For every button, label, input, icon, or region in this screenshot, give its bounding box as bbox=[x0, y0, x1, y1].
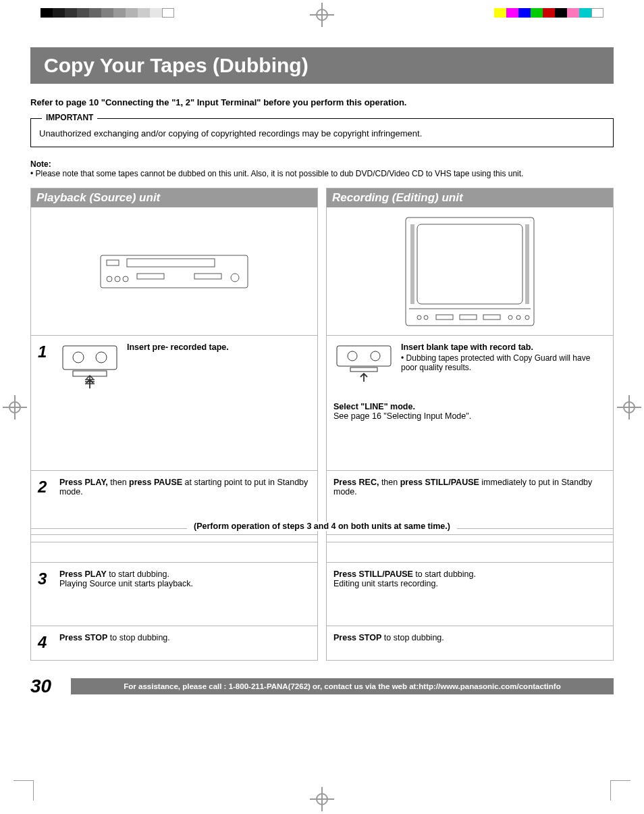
svg-point-23 bbox=[508, 315, 512, 320]
step3-right-text: Press STILL/PAUSE to start dubbing. Edit… bbox=[333, 569, 606, 588]
recording-device-illustration bbox=[327, 207, 613, 336]
tv-vcr-icon bbox=[402, 214, 537, 329]
vcr-icon bbox=[100, 255, 248, 288]
playback-header: Playback (Source) unit bbox=[31, 188, 317, 207]
crop-mark-icon bbox=[610, 780, 630, 800]
registration-cross-icon bbox=[310, 787, 334, 811]
svg-rect-29 bbox=[350, 367, 377, 372]
step2-right-text: Press REC, then press STILL/PAUSE immedi… bbox=[333, 478, 606, 497]
svg-point-27 bbox=[348, 351, 357, 361]
step1-right-text: Insert blank tape with record tab. • Dub… bbox=[401, 342, 606, 383]
important-callout: IMPORTANT Unauthorized exchanging and/or… bbox=[30, 118, 614, 147]
recording-column: Recording (Editing) unit bbox=[326, 188, 614, 661]
step-number: 3 bbox=[38, 569, 53, 619]
svg-rect-15 bbox=[410, 224, 414, 304]
sync-divider: (Perform operation of steps 3 and 4 on b… bbox=[31, 535, 317, 549]
svg-point-4 bbox=[115, 276, 120, 282]
registration-cross-icon bbox=[617, 395, 641, 419]
svg-rect-21 bbox=[460, 315, 477, 320]
footer-assistance-bar: For assistance, please call : 1-800-211-… bbox=[71, 678, 614, 694]
svg-point-8 bbox=[231, 274, 239, 282]
recording-header: Recording (Editing) unit bbox=[327, 188, 613, 207]
sync-divider: (Perform operation of steps 3 and 4 on b… bbox=[327, 535, 613, 549]
svg-rect-26 bbox=[337, 346, 391, 366]
step1-right-line-ref: See page 16 "Selecting Input Mode". bbox=[333, 411, 471, 421]
step-number: 4 bbox=[38, 633, 53, 653]
svg-rect-0 bbox=[101, 255, 248, 288]
step4-left-text: Press STOP to stop dubbing. bbox=[59, 633, 311, 653]
svg-rect-22 bbox=[483, 315, 500, 320]
step-number: 1 bbox=[38, 342, 53, 463]
sync-divider-label: (Perform operation of steps 3 and 4 on b… bbox=[30, 522, 614, 535]
svg-point-19 bbox=[424, 315, 428, 320]
registration-cross-icon bbox=[310, 3, 334, 27]
page-number: 30 bbox=[30, 676, 64, 697]
svg-point-11 bbox=[96, 352, 107, 363]
svg-point-28 bbox=[371, 351, 380, 361]
important-legend: IMPORTANT bbox=[42, 113, 97, 122]
svg-rect-6 bbox=[137, 274, 164, 279]
svg-rect-9 bbox=[63, 346, 117, 370]
svg-rect-2 bbox=[127, 259, 215, 267]
svg-rect-20 bbox=[436, 315, 453, 320]
svg-rect-16 bbox=[525, 224, 529, 304]
svg-point-25 bbox=[525, 315, 529, 320]
playback-column: Playback (Source) unit 1 bbox=[30, 188, 318, 661]
svg-point-10 bbox=[73, 352, 84, 363]
step1-right-line-mode: Select "LINE" mode. bbox=[333, 402, 415, 411]
step4-right-text: Press STOP to stop dubbing. bbox=[333, 633, 606, 642]
svg-rect-7 bbox=[194, 274, 221, 279]
svg-rect-13 bbox=[406, 218, 534, 326]
svg-point-24 bbox=[516, 315, 520, 320]
step3-left-text: Press PLAY to start dubbing. Playing Sou… bbox=[59, 569, 311, 619]
note-heading: Note: bbox=[30, 159, 614, 169]
grayscale-swatches bbox=[41, 8, 174, 18]
step2-left-text: Press PLAY, then press PAUSE at starting… bbox=[59, 478, 311, 528]
intro-text: Refer to page 10 "Connecting the "1, 2" … bbox=[30, 97, 614, 107]
svg-point-3 bbox=[107, 276, 112, 282]
svg-rect-14 bbox=[417, 224, 522, 304]
crop-mark-icon bbox=[14, 780, 34, 800]
page-title: Copy Your Tapes (Dubbing) bbox=[30, 47, 614, 84]
registration-cross-icon bbox=[3, 395, 27, 419]
svg-point-18 bbox=[417, 315, 421, 320]
step-number: 2 bbox=[38, 478, 53, 528]
color-swatches bbox=[494, 8, 603, 18]
cassette-insert-icon bbox=[59, 342, 120, 390]
svg-rect-1 bbox=[107, 260, 119, 265]
note-body: • Please note that some tapes cannot be … bbox=[30, 169, 614, 178]
step1-left-text: Insert pre- recorded tape. bbox=[127, 342, 229, 352]
playback-device-illustration bbox=[31, 207, 317, 336]
cassette-insert-icon bbox=[333, 342, 394, 383]
svg-point-5 bbox=[123, 276, 128, 282]
important-text: Unauthorized exchanging and/or copying o… bbox=[39, 128, 422, 138]
